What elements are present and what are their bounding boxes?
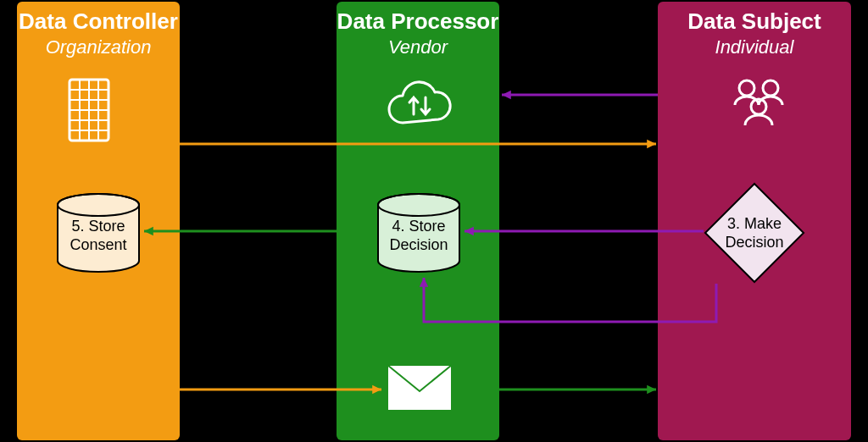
- building-icon: [58, 76, 125, 147]
- svg-marker-1: [502, 91, 511, 99]
- svg-marker-7: [144, 227, 153, 235]
- svg-marker-10: [372, 385, 381, 394]
- cloud-sync-icon: [381, 76, 458, 139]
- store-consent-node: 5. StoreConsent: [56, 193, 141, 273]
- diagram-stage: Data Controller Organization Data Proces…: [0, 0, 868, 442]
- svg-marker-12: [647, 385, 656, 394]
- make-decision-label: 3. MakeDecision: [725, 214, 783, 251]
- svg-marker-5: [465, 227, 474, 235]
- svg-point-23: [763, 80, 778, 96]
- store-decision-node: 4. StoreDecision: [376, 193, 461, 273]
- envelope-icon: [387, 364, 453, 415]
- svg-point-22: [739, 80, 754, 96]
- svg-marker-3: [647, 140, 656, 148]
- make-decision-node: 3. MakeDecision: [704, 182, 805, 284]
- svg-marker-8: [420, 278, 428, 287]
- people-icon: [725, 76, 793, 139]
